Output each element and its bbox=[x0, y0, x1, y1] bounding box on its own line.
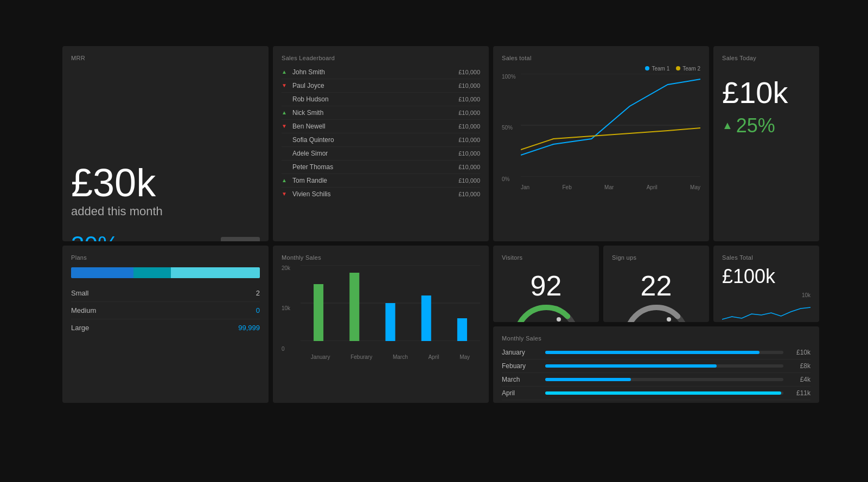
leaderboard-card: Sales Leaderboard ▲John Smith£10,000▼Pau… bbox=[273, 46, 489, 241]
monthly-list-item: April £11k bbox=[502, 387, 810, 400]
monthly-list-name: January bbox=[502, 349, 540, 356]
y-label: 0% bbox=[502, 176, 516, 182]
trend-icon: ▼ bbox=[282, 82, 289, 88]
monthly-list-value: £10k bbox=[789, 349, 810, 356]
lb-name: Rob Hudson bbox=[292, 95, 458, 103]
monthly-list-item: March £4k bbox=[502, 373, 810, 387]
lb-value: £10,000 bbox=[458, 96, 480, 102]
leaderboard-item: ▲John Smith£10,000 bbox=[282, 66, 480, 79]
plans-bar-segment bbox=[71, 267, 133, 278]
bar-x-label: March bbox=[393, 354, 408, 360]
monthly-bar-fill bbox=[545, 364, 717, 368]
legend-name: Team 1 bbox=[652, 66, 669, 72]
sales-today-change: ▲ 25% bbox=[722, 114, 810, 137]
trend-icon: — bbox=[282, 164, 289, 170]
chart-legend: Team 1Team 2 bbox=[502, 66, 700, 72]
plans-bar-segment bbox=[171, 267, 260, 278]
sales-today-label: Sales Today bbox=[722, 55, 810, 61]
lb-value: £10,000 bbox=[458, 110, 480, 116]
bar-chart-container: 20k10k0 bbox=[282, 265, 480, 352]
leaderboard-item: —Peter Thomas£10,000 bbox=[282, 160, 480, 174]
plans-label: Plans bbox=[71, 254, 260, 261]
right-bottom-grid: Visitors 92 0 100 75 Sign ups 22 bbox=[493, 246, 819, 403]
monthly-list-name: Febuary bbox=[502, 362, 540, 370]
line-chart-svg bbox=[521, 74, 700, 177]
mrr-percent: 30% bbox=[71, 232, 119, 241]
plans-list-item: Small2 bbox=[71, 285, 260, 302]
plans-item-value: 99,999 bbox=[238, 324, 260, 332]
monthly-list-value: £8k bbox=[789, 362, 810, 370]
lb-name: Adele Simor bbox=[292, 150, 458, 157]
legend-item: Team 2 bbox=[676, 66, 700, 72]
monthly-bar-wrap bbox=[545, 378, 783, 381]
trend-icon: — bbox=[282, 137, 289, 143]
lb-value: £10,000 bbox=[458, 123, 480, 130]
trend-icon: ▲ bbox=[282, 110, 289, 115]
leaderboard-item: —Rob Hudson£10,000 bbox=[282, 93, 480, 106]
monthly-list-name: March bbox=[502, 376, 540, 383]
plans-item-value: 2 bbox=[256, 289, 260, 297]
leaderboard-item: ▼Ben Newell£10,000 bbox=[282, 120, 480, 133]
signups-gauge: 22 0 100 75 bbox=[612, 265, 700, 322]
bar-rect bbox=[349, 273, 359, 341]
plans-item-name: Small bbox=[71, 289, 89, 297]
leaderboard-item: ▼Paul Joyce£10,000 bbox=[282, 79, 480, 93]
plans-item-name: Large bbox=[71, 324, 89, 332]
bar-x-label: Feburary bbox=[350, 354, 372, 360]
sales-total-sm-value: £100k bbox=[722, 265, 810, 288]
line-chart-container: 100%50%0% bbox=[502, 74, 700, 182]
lb-name: Paul Joyce bbox=[292, 82, 458, 89]
mrr-badge: £100k bbox=[221, 237, 260, 241]
mrr-label: MRR bbox=[71, 55, 260, 61]
bar-rect bbox=[457, 318, 467, 341]
leaderboard-item: —Adele Simor£10,000 bbox=[282, 147, 480, 160]
visitors-label: Visitors bbox=[502, 254, 590, 261]
y-label: 100% bbox=[502, 74, 516, 80]
signups-label: Sign ups bbox=[612, 254, 700, 261]
leaderboard-item: ▼Vivien Schilis£10,000 bbox=[282, 188, 480, 201]
lb-value: £10,000 bbox=[458, 82, 480, 89]
bar-rect bbox=[385, 303, 395, 341]
bar-y-label: 10k bbox=[282, 305, 290, 311]
lb-value: £10,000 bbox=[458, 150, 480, 157]
lb-value: £10,000 bbox=[458, 137, 480, 143]
svg-point-6 bbox=[557, 317, 561, 322]
sales-chart-label: Sales total bbox=[502, 55, 700, 61]
mrr-main-value: £30k bbox=[71, 163, 260, 202]
plans-list-item: Large99,999 bbox=[71, 319, 260, 336]
x-label: Mar bbox=[604, 184, 614, 190]
plans-item-value: 0 bbox=[256, 306, 260, 314]
visitors-gauge: 92 0 100 75 bbox=[502, 265, 590, 322]
bar-chart-y-labels: 20k10k0 bbox=[282, 265, 290, 352]
monthly-bar-wrap bbox=[545, 351, 783, 354]
bar-rect bbox=[422, 295, 431, 341]
lb-name: John Smith bbox=[292, 68, 458, 76]
signups-gauge-svg bbox=[618, 297, 694, 322]
arrow-up-icon: ▲ bbox=[722, 119, 733, 132]
x-label: May bbox=[690, 184, 700, 190]
monthly-bar-fill bbox=[545, 391, 781, 395]
x-label: Jan bbox=[521, 184, 529, 190]
lb-name: Sofia Quintero bbox=[292, 136, 458, 144]
sales-today-card: Sales Today £10k ▲ 25% bbox=[713, 46, 819, 241]
legend-name: Team 2 bbox=[682, 66, 700, 72]
legend-item: Team 1 bbox=[645, 66, 669, 72]
svg-point-7 bbox=[667, 317, 671, 322]
x-label: Feb bbox=[562, 184, 571, 190]
lb-name: Ben Newell bbox=[292, 123, 458, 130]
trend-icon: — bbox=[282, 150, 289, 156]
legend-dot bbox=[645, 66, 649, 70]
lb-value: £10,000 bbox=[458, 164, 480, 170]
trend-icon: ▲ bbox=[282, 177, 289, 183]
bar-x-label: April bbox=[428, 354, 439, 360]
mrr-subtitle: added this month bbox=[71, 204, 260, 218]
monthly-list-item: Febuary £8k bbox=[502, 359, 810, 373]
bar-rect bbox=[314, 284, 323, 341]
lb-value: £10,000 bbox=[458, 69, 480, 75]
monthly-list-item: May £10k bbox=[502, 400, 810, 403]
sales-chart-card: Sales total Team 1Team 2 100%50%0% JanFe… bbox=[493, 46, 709, 241]
monthly-bar-wrap bbox=[545, 391, 783, 395]
dashboard: MRR £30k added this month 30% £100k Sale… bbox=[62, 46, 806, 436]
lb-name: Peter Thomas bbox=[292, 163, 458, 171]
monthly-list: January £10k Febuary £8k March £4k April… bbox=[502, 346, 810, 403]
